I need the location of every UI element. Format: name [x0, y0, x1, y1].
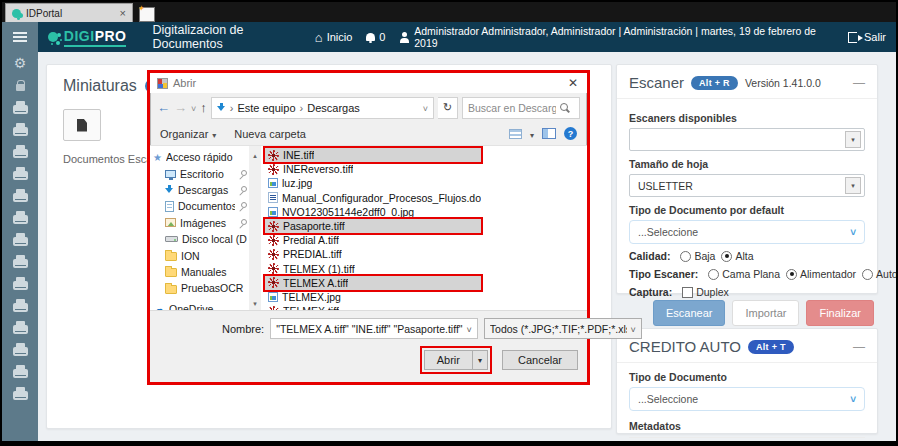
- duplex-option[interactable]: Duplex: [682, 286, 729, 298]
- sidebar-item-scanner-11[interactable]: [2, 316, 38, 338]
- scan-button[interactable]: Escanear: [653, 300, 725, 326]
- search-box[interactable]: [462, 97, 580, 119]
- refresh-icon[interactable]: [438, 97, 458, 119]
- browser-tab-idportal[interactable]: IDPortal ×: [5, 3, 133, 22]
- nav-notifications[interactable]: 0: [366, 31, 385, 43]
- tree-item-imagenes[interactable]: Imágenes: [153, 215, 249, 231]
- new-folder-button[interactable]: Nueva carpeta: [234, 128, 306, 140]
- chevron-down-icon[interactable]: [845, 131, 861, 148]
- history-dropdown-icon[interactable]: [191, 102, 196, 114]
- scroll-up-icon[interactable]: [253, 148, 257, 160]
- close-icon[interactable]: [566, 76, 580, 90]
- file-item-predial-a-tiff[interactable]: Predial A.tiff: [265, 233, 481, 247]
- file-item-telmex-tiff[interactable]: TELMEX.tiff: [265, 304, 481, 310]
- chevron-down-icon[interactable]: [845, 177, 861, 194]
- sidebar-item-scanner-6[interactable]: [2, 206, 38, 228]
- tree-item-descargas[interactable]: Descargas: [153, 182, 249, 198]
- file-item-manual-configurador-docx[interactable]: Manual_Configurador_Procesos_Flujos.docx: [265, 191, 481, 205]
- filename-input[interactable]: "TELMEX A.tiff" "INE.tiff" "Pasaporte.ti…: [270, 318, 478, 339]
- document-thumbnail-button[interactable]: [63, 109, 101, 141]
- close-tab-icon[interactable]: ×: [120, 8, 126, 19]
- organize-menu[interactable]: Organizar: [160, 128, 216, 140]
- sidebar-item-lock[interactable]: [2, 74, 38, 96]
- collapse-icon[interactable]: [853, 340, 865, 354]
- file-item-telmex-jpg[interactable]: TELMEX.jpg: [265, 290, 481, 304]
- dialog-titlebar[interactable]: Abrir: [150, 73, 587, 93]
- tree-item-pruebasocr[interactable]: PruebasOCR: [153, 280, 249, 296]
- back-icon[interactable]: [157, 100, 170, 115]
- tree-item-documentos[interactable]: Documentos: [153, 198, 249, 214]
- sidebar-item-scanner-3[interactable]: [2, 140, 38, 162]
- sidebar-item-scanner-10[interactable]: [2, 294, 38, 316]
- sidebar-item-scanner-5[interactable]: [2, 184, 38, 206]
- radio-icon[interactable]: [680, 251, 691, 262]
- sidebar-item-scanner-12[interactable]: [2, 338, 38, 360]
- caret-down-icon[interactable]: [530, 128, 534, 140]
- search-input[interactable]: [468, 102, 556, 114]
- address-dropdown-icon[interactable]: [423, 102, 428, 114]
- file-item-predial-tiff[interactable]: PREDIAL.tiff: [265, 247, 481, 261]
- scanner-type-option-automatico[interactable]: Automático: [862, 268, 898, 280]
- tree-item-escritorio[interactable]: Escritorio: [153, 165, 249, 181]
- cancel-button[interactable]: Cancelar: [502, 350, 578, 370]
- nav-user-info[interactable]: Administrador Administrador, Administrad…: [399, 25, 834, 49]
- sidebar-item-scanner-9[interactable]: [2, 272, 38, 294]
- sidebar-item-scanner-1[interactable]: [2, 96, 38, 118]
- file-item-telmex-1-tiff[interactable]: TELMEX (1).tiff: [265, 262, 481, 276]
- radio-icon[interactable]: [708, 269, 719, 280]
- sidebar-item-scanner-14[interactable]: [2, 382, 38, 404]
- nav-logout[interactable]: Salir: [848, 31, 886, 43]
- radio-selected-icon[interactable]: [721, 251, 732, 262]
- sidebar-item-scanner-2[interactable]: [2, 118, 38, 140]
- nav-home-link[interactable]: Inicio: [315, 30, 353, 45]
- sidebar-item-scanner-13[interactable]: [2, 360, 38, 382]
- sidebar-item-settings[interactable]: [2, 52, 38, 74]
- scanner-type-option-cama-plana[interactable]: Cama Plana: [708, 268, 780, 280]
- tree-item-disco-local-d[interactable]: Disco local (D:): [153, 231, 249, 247]
- forward-icon[interactable]: [174, 100, 187, 115]
- breadcrumb-este-equipo[interactable]: Este equipo: [237, 102, 295, 114]
- checkbox-icon[interactable]: [682, 287, 693, 298]
- chevron-down-icon[interactable]: [467, 323, 472, 335]
- available-scanners-select[interactable]: [629, 128, 865, 151]
- tree-item-onedrive[interactable]: OneDrive: [153, 301, 249, 311]
- radio-selected-icon[interactable]: [786, 269, 797, 280]
- up-icon[interactable]: [200, 100, 207, 115]
- file-item-inereverso-tiff[interactable]: INEReverso.tiff: [265, 162, 481, 176]
- credito-doctype-select[interactable]: ...Seleccione: [629, 387, 865, 411]
- filetype-select[interactable]: Todos (*.JPG;*.TIF;*.PDF;*.xls;*.a: [484, 318, 642, 339]
- default-doctype-select[interactable]: ...Seleccione: [629, 220, 865, 244]
- scroll-down-icon[interactable]: [253, 296, 257, 308]
- collapse-icon[interactable]: [853, 76, 865, 90]
- new-tab-button[interactable]: [139, 7, 155, 22]
- open-button[interactable]: Abrir: [424, 350, 473, 370]
- quality-option-alta[interactable]: Alta: [721, 250, 753, 262]
- radio-icon[interactable]: [862, 269, 873, 280]
- sidebar-item-scanner-7[interactable]: [2, 228, 38, 250]
- paper-size-select[interactable]: USLETTER: [629, 174, 865, 197]
- view-options-icon[interactable]: [509, 129, 522, 139]
- preview-pane-icon[interactable]: [542, 128, 556, 139]
- tree-item-ion[interactable]: ION: [153, 247, 249, 263]
- home-icon: [315, 30, 323, 45]
- file-item-telmex-a-tiff[interactable]: TELMEX A.tiff: [265, 276, 481, 290]
- address-bar[interactable]: Este equipo Descargas: [211, 97, 434, 119]
- file-item-pasaporte-tiff[interactable]: Pasaporte.tiff: [265, 219, 481, 233]
- finish-button[interactable]: Finalizar: [806, 300, 874, 326]
- open-dropdown-icon[interactable]: [472, 350, 488, 370]
- file-item-ine-tiff[interactable]: INE.tiff: [265, 148, 481, 162]
- scanner-type-option-alimentador[interactable]: Alimentador: [786, 268, 856, 280]
- import-button[interactable]: Importar: [732, 300, 799, 326]
- file-item-nvo-jpg[interactable]: NVO123051144e2dff0_0.jpg: [265, 205, 481, 219]
- tree-item-acceso-rapido[interactable]: Acceso rápido: [153, 149, 249, 165]
- breadcrumb-descargas[interactable]: Descargas: [307, 102, 360, 114]
- menu-toggle-button[interactable]: [2, 22, 38, 52]
- sidebar-item-scanner-4[interactable]: [2, 162, 38, 184]
- tree-scrollbar[interactable]: [249, 146, 261, 310]
- help-icon[interactable]: [564, 127, 577, 140]
- sidebar-item-scanner-8[interactable]: [2, 250, 38, 272]
- brand-logo[interactable]: DIGIPRO: [64, 28, 127, 47]
- file-item-luz-jpg[interactable]: luz.jpg: [265, 176, 481, 190]
- tree-item-manuales[interactable]: Manuales: [153, 264, 249, 280]
- quality-option-baja[interactable]: Baja: [680, 250, 715, 262]
